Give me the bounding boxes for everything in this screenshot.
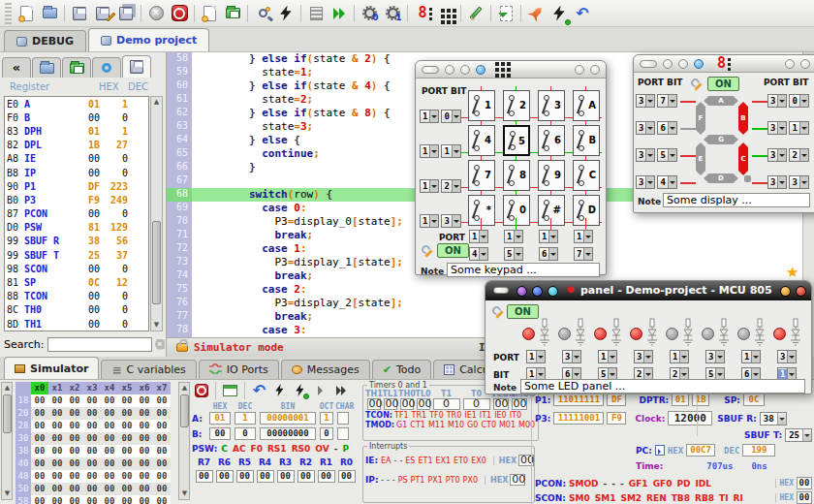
display-bit-select[interactable]: 3 — [789, 175, 808, 189]
window-button[interactable] — [796, 286, 806, 297]
timer-value-box[interactable]: 0 — [463, 398, 490, 410]
register-row[interactable]: B0P3F9249 — [5, 193, 148, 206]
display-bit-select[interactable]: 2 — [789, 148, 808, 162]
memory-cell[interactable]: 00 — [101, 457, 118, 470]
row-bit-select[interactable]: 2 — [441, 179, 460, 193]
memory-cell[interactable]: 00 — [101, 394, 118, 407]
tab-io-ports[interactable]: IO Ports — [199, 360, 279, 379]
memory-cell[interactable]: 00 — [48, 432, 66, 445]
p1-binary-box[interactable]: 11011111 — [553, 394, 604, 406]
column-bit-select[interactable]: 5 — [504, 247, 523, 261]
keypad-key-2[interactable]: 2 — [503, 90, 530, 121]
save-all-button[interactable] — [114, 2, 138, 25]
registers-panel-tab-2[interactable] — [32, 57, 61, 78]
memory-cell[interactable]: 00 — [136, 445, 153, 457]
display-bit-select[interactable]: 7 — [657, 94, 676, 108]
line-number[interactable]: 71 — [167, 229, 192, 242]
pc-dec-box[interactable]: 199 — [742, 444, 775, 457]
display-port-select[interactable]: 3 — [636, 121, 655, 135]
memory-cell[interactable]: 00 — [101, 495, 118, 504]
ip-row-flag[interactable]: PX1 — [427, 476, 442, 485]
keypad-key-A[interactable]: A — [573, 90, 600, 121]
psw-flag[interactable]: P — [342, 444, 349, 454]
window-button[interactable] — [493, 287, 509, 294]
code-listing-button[interactable] — [304, 2, 328, 25]
tab-debug[interactable]: DEBUG — [4, 30, 86, 51]
ie-row-flag[interactable]: EX1 — [435, 457, 451, 465]
keypad-key-*[interactable]: * — [468, 195, 495, 226]
ip-row-flag[interactable]: PX0 — [463, 476, 478, 485]
memory-cell[interactable]: 00 — [31, 432, 48, 445]
ie-row-flag[interactable]: EX0 — [471, 457, 486, 465]
register-row[interactable]: 99SBUF T2537 — [5, 248, 148, 262]
memory-cell[interactable]: 00 — [48, 407, 66, 420]
keypad-key-6[interactable]: 6 — [538, 125, 565, 156]
dptr-low-box[interactable]: 1B — [692, 394, 709, 406]
memory-cell[interactable]: 00 — [153, 457, 171, 470]
register-row[interactable]: A8IE000 — [5, 152, 148, 166]
scon-row-flag[interactable]: TI — [719, 493, 729, 503]
memory-cell[interactable]: 00 — [118, 495, 136, 504]
memory-cell[interactable]: 00 — [48, 470, 66, 483]
exit-button[interactable] — [168, 2, 191, 25]
psw-flag[interactable]: C — [221, 444, 228, 454]
keypad-key-1[interactable]: 1 — [468, 90, 495, 121]
toolbar-grip[interactable] — [5, 3, 12, 24]
line-number[interactable]: 61 — [167, 93, 192, 107]
ip-row-flag[interactable]: - — [392, 476, 395, 485]
scon-row-flag[interactable]: SM2 — [620, 493, 642, 503]
undo-button[interactable]: ↶ — [571, 2, 594, 25]
line-number[interactable]: 74 — [167, 269, 192, 283]
memory-cell[interactable]: 00 — [153, 483, 171, 495]
scon-row-flag[interactable]: REN — [646, 493, 667, 503]
segment-G[interactable]: G — [704, 135, 738, 144]
memory-cell[interactable]: 00 — [66, 394, 83, 407]
memory-cell[interactable]: 00 — [101, 445, 118, 457]
register-value-box[interactable]: 0 — [235, 427, 256, 440]
psw-flag[interactable]: RS0 — [292, 444, 311, 454]
row-bit-select[interactable]: 0 — [441, 110, 460, 123]
bookmark-star-icon[interactable]: ★ — [786, 264, 798, 281]
register-value-box[interactable]: 1 — [320, 412, 333, 425]
pcon-row-flag[interactable]: - — [604, 479, 608, 488]
ie-row-flag[interactable]: ES — [405, 457, 415, 465]
memory-cell[interactable]: 00 — [66, 457, 83, 470]
memory-cell[interactable]: 00 — [136, 432, 153, 445]
line-number[interactable]: 76 — [167, 297, 192, 310]
tmod-flag[interactable]: CT1 — [410, 421, 425, 429]
memory-cell[interactable]: 00 — [31, 420, 48, 432]
debug-bolt-button[interactable] — [548, 2, 571, 25]
undo-step-button[interactable]: ↶ — [250, 381, 268, 399]
display-bit-select[interactable]: 5 — [657, 148, 676, 162]
keypad-key-B[interactable]: B — [573, 125, 600, 156]
memory-cell[interactable]: 00 — [48, 420, 66, 432]
segment-C[interactable]: C — [738, 142, 748, 175]
tmod-flag[interactable]: G0 — [467, 421, 478, 429]
display-port-select[interactable]: 3 — [767, 148, 787, 162]
register-row[interactable]: 87PCON000 — [5, 207, 148, 221]
ip-row-hex-box[interactable]: 00 — [510, 474, 525, 486]
scon-row-flag[interactable]: SM1 — [595, 493, 616, 503]
column-bit-select[interactable]: 6 — [539, 247, 558, 261]
display-port-select[interactable]: 3 — [767, 121, 787, 135]
memory-cell[interactable]: 00 — [31, 445, 48, 457]
open-project-button[interactable] — [221, 2, 244, 25]
new-project-button[interactable] — [198, 2, 221, 25]
timer-value-box[interactable]: 0 — [433, 398, 460, 410]
pc-hex-box[interactable]: 00C7 — [686, 444, 715, 457]
memory-cell[interactable]: 00 — [118, 432, 136, 445]
tmod-flag[interactable]: G1 — [396, 421, 407, 429]
timer-value-box[interactable]: 00 — [400, 398, 414, 410]
r-value-box[interactable]: 00 — [318, 470, 335, 483]
led-note-input[interactable] — [520, 379, 805, 394]
window-button[interactable] — [780, 286, 791, 297]
sbuf-r-spinbox[interactable]: 38 — [760, 412, 787, 425]
tcon-flag[interactable]: TR0 — [447, 411, 462, 420]
memory-cell[interactable]: 00 — [136, 420, 153, 432]
memory-cell[interactable]: 00 — [101, 420, 118, 432]
tmod-flag[interactable]: M11 — [428, 421, 445, 429]
window-button[interactable] — [678, 59, 688, 69]
memory-cell[interactable]: 00 — [48, 483, 66, 495]
row-bit-select[interactable]: 1 — [441, 144, 460, 158]
register-row[interactable]: 83DPH011 — [5, 124, 148, 138]
